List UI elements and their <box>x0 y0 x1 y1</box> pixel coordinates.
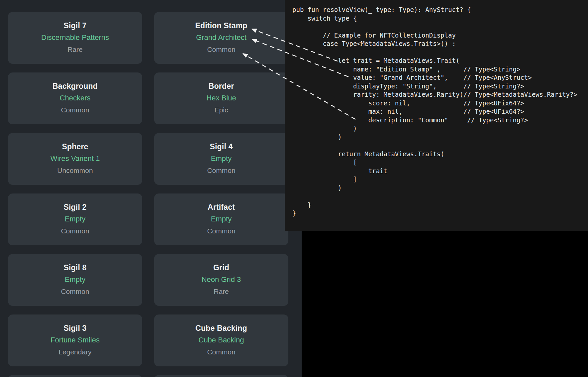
trait-rarity: Common <box>154 225 288 237</box>
trait-value: Grand Architect <box>154 31 288 44</box>
trait-rarity: Common <box>8 104 142 116</box>
trait-value: Wires Varient 1 <box>8 152 142 165</box>
trait-name: Artifact <box>154 202 288 213</box>
trait-card-sigil7: Sigil 7 Discernable Patterns Rare <box>8 12 142 64</box>
trait-card-sigil4: Sigil 4 Empty Common <box>154 133 288 185</box>
trait-rarity: Common <box>8 286 142 298</box>
trait-value: Cube Backing <box>154 334 288 346</box>
trait-rarity: Common <box>154 44 288 56</box>
trait-value: Empty <box>154 213 288 225</box>
trait-name: Sigil 2 <box>8 202 142 213</box>
trait-name: Background <box>8 81 142 92</box>
trait-name: Sphere <box>8 141 142 152</box>
trait-value: Discernable Patterns <box>8 31 142 44</box>
trait-card-sigil3: Sigil 3 Fortune Smiles Legendary <box>8 314 142 366</box>
trait-name: Sigil 4 <box>154 141 288 152</box>
trait-card-artifact: Artifact Empty Common <box>154 193 288 245</box>
trait-rarity: Common <box>154 165 288 177</box>
trait-value: Empty <box>8 213 142 225</box>
trait-value: Checkers <box>8 92 142 104</box>
trait-value: Empty <box>8 273 142 286</box>
trait-name: Edition Stamp <box>154 20 288 31</box>
trait-name: Sigil 7 <box>8 20 142 31</box>
trait-card-sigil2: Sigil 2 Empty Common <box>8 193 142 245</box>
trait-name: Border <box>154 81 288 92</box>
cadence-code: pub fun resolveView(_ type: Type): AnySt… <box>285 0 588 218</box>
trait-card-partial-left <box>8 375 142 377</box>
trait-rarity: Uncommon <box>8 165 142 177</box>
trait-card-edition-stamp: Edition Stamp Grand Architect Common <box>154 12 288 64</box>
code-overlay-panel: pub fun resolveView(_ type: Type): AnySt… <box>285 0 588 231</box>
trait-rarity: Rare <box>154 286 288 298</box>
nft-traits-page: Sigil 7 Discernable Patterns Rare Editio… <box>0 0 302 377</box>
trait-card-sphere: Sphere Wires Varient 1 Uncommon <box>8 133 142 185</box>
trait-card-background: Background Checkers Common <box>8 72 142 124</box>
trait-rarity: Rare <box>8 44 142 56</box>
trait-card-grid: Grid Neon Grid 3 Rare <box>154 254 288 306</box>
trait-value: Fortune Smiles <box>8 334 142 346</box>
trait-card-border: Border Hex Blue Epic <box>154 72 288 124</box>
trait-card-cube-backing: Cube Backing Cube Backing Common <box>154 314 288 366</box>
trait-rarity: Epic <box>154 104 288 116</box>
trait-name: Sigil 8 <box>8 262 142 273</box>
trait-name: Cube Backing <box>154 323 288 334</box>
trait-rarity: Common <box>154 346 288 358</box>
trait-value: Empty <box>154 152 288 165</box>
trait-value: Hex Blue <box>154 92 288 104</box>
trait-card-sigil8: Sigil 8 Empty Common <box>8 254 142 306</box>
traits-grid: Sigil 7 Discernable Patterns Rare Editio… <box>8 12 288 377</box>
trait-rarity: Legendary <box>8 346 142 358</box>
trait-name: Grid <box>154 262 288 273</box>
trait-name: Sigil 3 <box>8 323 142 334</box>
trait-card-partial-right <box>154 375 288 377</box>
trait-value: Neon Grid 3 <box>154 273 288 286</box>
trait-rarity: Common <box>8 225 142 237</box>
